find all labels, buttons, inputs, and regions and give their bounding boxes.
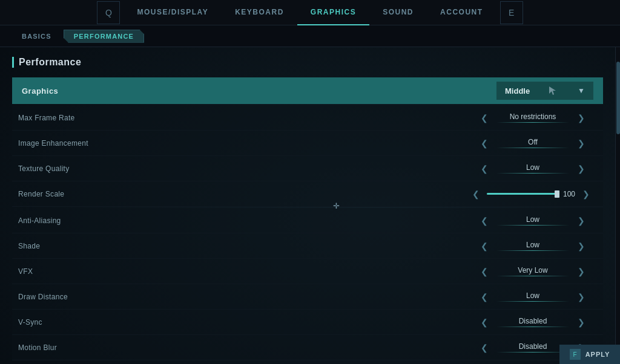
setting-label: Render Scale <box>18 190 64 198</box>
arrow-right-btn[interactable]: ❯ <box>574 240 589 252</box>
arrow-left-btn[interactable]: ❮ <box>477 137 492 149</box>
apply-icon: F <box>570 349 581 360</box>
nav-tab-mouse[interactable]: MOUSE/DISPLAY <box>124 0 222 25</box>
nav-tab-graphics[interactable]: GRAPHICS <box>297 0 369 25</box>
value-underline <box>496 250 569 251</box>
setting-value: Low <box>496 241 569 249</box>
setting-value-wrap: Low <box>496 163 569 174</box>
value-underline <box>496 225 569 226</box>
setting-row: VFX ❮ Very Low ❯ <box>12 259 603 284</box>
arrow-right-btn[interactable]: ❯ <box>574 291 589 303</box>
cursor-icon <box>547 85 561 96</box>
nav-tab-account[interactable]: ACCOUNT <box>427 0 496 25</box>
setting-control: ❮ Disabled ❯ <box>472 316 593 328</box>
value-underline <box>496 276 569 276</box>
arrow-left-btn[interactable]: ❮ <box>477 240 492 252</box>
bottom-bar: F APPLY <box>559 345 620 364</box>
left-icon[interactable]: Q <box>97 1 120 24</box>
setting-value-wrap: Disabled <box>496 317 569 327</box>
setting-control: ❮ Low ❯ <box>472 215 593 227</box>
arrow-right-btn[interactable]: ❯ <box>574 137 589 149</box>
setting-label: Motion Blur <box>18 343 57 352</box>
nav-tab-sound[interactable]: SOUND <box>369 0 427 25</box>
right-icon[interactable]: E <box>500 1 523 24</box>
arrow-right-btn[interactable]: ❯ <box>579 188 593 200</box>
setting-value: Low <box>496 291 569 300</box>
sub-tab-performance[interactable]: PERFORMANCE <box>64 30 144 43</box>
value-underline <box>496 352 569 353</box>
setting-row: Draw Distance ❮ Low ❯ <box>12 284 603 310</box>
setting-row: Max Frame Rate ❮ No restrictions ❯ <box>12 105 603 131</box>
arrow-right-btn[interactable]: ❯ <box>574 316 589 328</box>
cursor-cross-area: ✛ <box>12 204 603 207</box>
setting-label: Image Enhancement <box>18 139 88 148</box>
nav-tab-keyboard[interactable]: KEYBOARD <box>222 0 297 25</box>
setting-row: Anti-Aliasing ❮ Low ❯ <box>12 208 603 233</box>
slider-value: 100 <box>563 190 575 198</box>
arrow-right-btn[interactable]: ❯ <box>574 265 589 278</box>
setting-value-wrap: Low <box>496 215 569 226</box>
value-underline <box>496 148 569 148</box>
setting-control: ❮ Low ❯ <box>472 163 593 175</box>
slider-thumb[interactable] <box>555 190 559 198</box>
main-content: Performance Graphics Middle ▼ Max Frame … <box>0 47 620 364</box>
value-underline <box>496 301 569 302</box>
arrow-left-btn[interactable]: ❮ <box>477 291 492 303</box>
graphics-label: Graphics <box>22 86 58 96</box>
arrow-left-btn[interactable]: ❮ <box>469 188 483 200</box>
svg-marker-0 <box>549 86 556 95</box>
value-underline <box>496 122 569 123</box>
arrow-left-btn[interactable]: ❮ <box>477 215 492 227</box>
graphics-value: Middle <box>505 86 530 96</box>
setting-control: ❮ No restrictions ❯ <box>472 112 593 124</box>
arrow-left-btn[interactable]: ❮ <box>477 163 492 175</box>
setting-value-wrap: No restrictions <box>496 112 569 123</box>
setting-row: Texture Quality ❮ Low ❯ <box>12 156 603 181</box>
scrollbar-track[interactable] <box>615 47 620 364</box>
sub-tab-basics[interactable]: BASICS <box>12 30 61 42</box>
apply-button[interactable]: APPLY <box>585 351 610 358</box>
setting-label: Anti-Aliasing <box>18 216 61 225</box>
slider-fill <box>487 193 559 195</box>
settings-panel: Performance Graphics Middle ▼ Max Frame … <box>0 47 615 364</box>
arrow-left-btn[interactable]: ❮ <box>477 316 492 328</box>
value-underline <box>496 327 569 327</box>
arrow-left-btn[interactable]: ❮ <box>477 112 492 124</box>
slider-track[interactable] <box>487 193 559 195</box>
arrow-right-btn[interactable]: ❯ <box>574 112 589 124</box>
setting-value: Disabled <box>496 342 569 351</box>
setting-value-wrap: Low <box>496 241 569 251</box>
scrollbar-thumb[interactable] <box>616 62 620 134</box>
setting-label: V-Sync <box>18 318 42 327</box>
setting-row: V-Sync ❮ Disabled ❯ <box>12 310 603 335</box>
setting-label: Draw Distance <box>18 293 68 301</box>
setting-row-render-scale: Render Scale ❮ 100 ❯ <box>12 181 603 207</box>
graphics-dropdown[interactable]: Middle ▼ <box>496 82 593 100</box>
setting-label: Texture Quality <box>18 164 70 173</box>
value-underline <box>496 173 569 174</box>
setting-value: Low <box>496 163 569 172</box>
render-scale-control: ❮ 100 ❯ <box>469 188 593 200</box>
setting-value: Disabled <box>496 317 569 325</box>
setting-value: Off <box>496 138 569 146</box>
arrow-left-btn[interactable]: ❮ <box>477 342 492 354</box>
setting-value-wrap: Very Low <box>496 266 569 276</box>
setting-value-wrap: Disabled <box>496 342 569 353</box>
setting-value: Low <box>496 215 569 224</box>
setting-row: Motion Blur ❮ Disabled ❯ <box>12 335 603 360</box>
dropdown-arrow-icon: ▼ <box>578 86 585 95</box>
setting-control: ❮ Low ❯ <box>472 291 593 303</box>
setting-value-wrap: Low <box>496 291 569 302</box>
setting-control: ❮ Low ❯ <box>472 240 593 252</box>
section-title: Performance <box>12 57 603 68</box>
top-nav: Q MOUSE/DISPLAY KEYBOARD GRAPHICS SOUND … <box>0 0 620 25</box>
setting-row: Image Enhancement ❮ Off ❯ <box>12 131 603 156</box>
setting-control: ❮ Very Low ❯ <box>472 265 593 278</box>
arrow-right-btn[interactable]: ❯ <box>574 215 589 227</box>
arrow-left-btn[interactable]: ❮ <box>477 265 492 278</box>
setting-row: Shade ❮ Low ❯ <box>12 233 603 259</box>
setting-value: Very Low <box>496 266 569 275</box>
graphics-header[interactable]: Graphics Middle ▼ <box>12 77 603 104</box>
setting-label: Max Frame Rate <box>18 114 75 122</box>
arrow-right-btn[interactable]: ❯ <box>574 163 589 175</box>
